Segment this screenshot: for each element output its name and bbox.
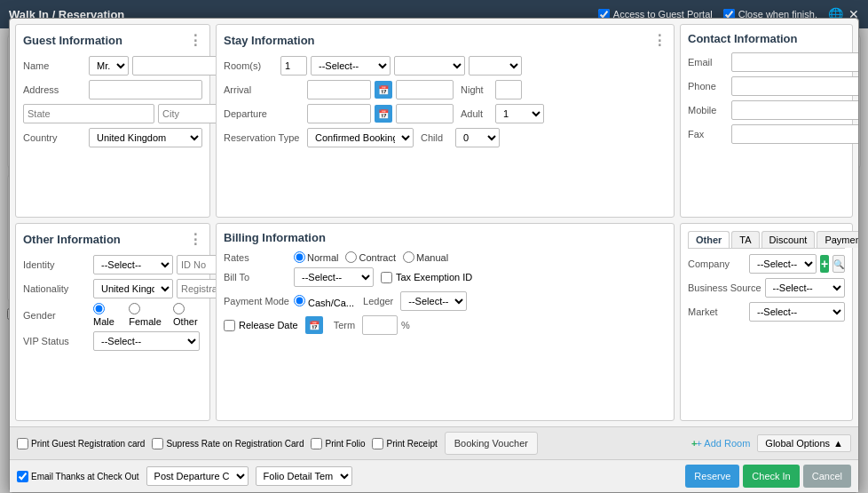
departure-date-input[interactable]: 19/09/17 <box>307 104 371 123</box>
contract-rate-radio[interactable] <box>345 251 357 263</box>
cash-radio[interactable] <box>294 295 305 306</box>
print-folio-checkbox[interactable] <box>311 438 322 449</box>
female-radio-label[interactable]: Female <box>129 303 164 327</box>
other-radio[interactable] <box>173 303 185 314</box>
term-input[interactable] <box>362 315 398 335</box>
tab-discount[interactable]: Discount <box>761 231 816 248</box>
print-folio-label[interactable]: Print Folio <box>311 438 365 449</box>
other-contact-panel: Other TA Discount Payment Company --Sele… <box>680 223 853 421</box>
mobile-input[interactable] <box>731 100 858 120</box>
company-select[interactable]: --Select-- <box>749 254 817 274</box>
email-thanks-checkbox[interactable] <box>17 471 28 482</box>
child-select[interactable]: 012 <box>455 128 500 147</box>
modal-body: Guest Information ⋮ Name Mr.Mrs.Ms.Dr. ✕… <box>10 19 858 426</box>
cancel-btn[interactable]: Cancel <box>803 465 851 488</box>
post-departure-select[interactable]: Post Departure C <box>146 466 249 486</box>
cash-radio-label[interactable]: Cash/Ca... <box>294 295 354 308</box>
address-input[interactable] <box>89 80 202 99</box>
normal-rate-label[interactable]: Normal <box>294 251 338 263</box>
modal-footer2: Email Thanks at Check Out Post Departure… <box>10 459 858 492</box>
night-input[interactable]: 1 <box>495 80 522 99</box>
print-card-label[interactable]: Print Guest Registration card <box>17 438 145 449</box>
country-label: Country <box>23 132 85 143</box>
name-prefix-select[interactable]: Mr.Mrs.Ms.Dr. <box>89 56 129 76</box>
stay-panel-menu[interactable]: ⋮ <box>652 32 667 49</box>
gender-label: Gender <box>23 310 90 321</box>
business-source-row: Business Source --Select-- <box>688 278 845 298</box>
rates-label: Rates <box>224 252 290 263</box>
action-buttons: Reserve Check In Cancel <box>685 465 851 488</box>
business-source-select[interactable]: --Select-- <box>765 278 845 298</box>
tabs-row: Other TA Discount Payment <box>688 231 845 249</box>
guest-panel-menu[interactable]: ⋮ <box>188 32 202 49</box>
nationality-select[interactable]: United KingdomUnited StatesCanada <box>93 279 173 298</box>
fax-input[interactable] <box>731 124 858 144</box>
female-radio[interactable] <box>129 303 140 314</box>
tab-payment[interactable]: Payment <box>817 231 858 248</box>
state-input[interactable] <box>23 104 154 123</box>
manual-rate-radio[interactable] <box>403 251 414 263</box>
rooms-number[interactable] <box>280 56 307 76</box>
manual-rate-label[interactable]: Manual <box>403 251 448 263</box>
email-row: Email <box>688 52 845 72</box>
payment-mode-label: Payment Mode <box>224 296 290 306</box>
folio-detail-select[interactable]: Folio Detail Tem <box>256 466 352 486</box>
suppress-rate-label[interactable]: Supress Rate on Registration Card <box>152 438 304 449</box>
adult-select[interactable]: 1234 <box>495 104 544 123</box>
tab-other[interactable]: Other <box>688 231 730 248</box>
phone-input[interactable] <box>731 76 858 96</box>
footer-checks: Print Guest Registration card Supress Ra… <box>17 432 686 455</box>
identity-select[interactable]: --Select--PassportDriver LicenseID Card <box>93 255 173 274</box>
male-radio[interactable] <box>93 303 105 314</box>
check-in-btn[interactable]: Check In <box>743 465 799 488</box>
room-select-2[interactable] <box>394 56 465 76</box>
arrival-date-input[interactable]: 18/09/17 <box>307 80 371 99</box>
percent-sign: % <box>401 320 410 330</box>
suppress-rate-checkbox[interactable] <box>152 438 163 449</box>
company-search-btn[interactable]: 🔍 <box>832 255 845 273</box>
departure-time-input[interactable]: 10:30AM <box>396 104 454 123</box>
bill-to-label: Bill To <box>224 272 290 282</box>
print-receipt-checkbox[interactable] <box>372 438 383 449</box>
global-options-btn[interactable]: Global Options ▲ <box>757 434 851 452</box>
other-radio-label[interactable]: Other <box>173 303 202 327</box>
email-thanks-label[interactable]: Email Thanks at Check Out <box>17 471 139 482</box>
other-info-panel: Other Information ⋮ Identity --Select--P… <box>15 223 210 421</box>
ledger-label: Ledger <box>363 296 393 306</box>
ledger-select[interactable]: --Select--CashCredit <box>400 291 467 311</box>
res-type-select[interactable]: Confirmed BookingTentativeWaitlisted <box>307 128 414 147</box>
other-panel-menu[interactable]: ⋮ <box>188 231 202 248</box>
print-card-checkbox[interactable] <box>17 438 28 449</box>
release-date-label[interactable]: Release Date <box>224 320 298 331</box>
company-add-btn[interactable]: + <box>820 255 829 273</box>
nationality-row: Nationality United KingdomUnited StatesC… <box>23 279 202 298</box>
arrival-label: Arrival <box>224 84 304 95</box>
email-input[interactable] <box>731 52 858 72</box>
departure-row: Departure 19/09/17 📅 10:30AM Adult 1234 <box>224 104 667 123</box>
normal-rate-radio[interactable] <box>294 251 305 263</box>
room-select-3[interactable] <box>469 56 522 76</box>
departure-calendar-btn[interactable]: 📅 <box>375 105 392 123</box>
arrival-calendar-btn[interactable]: 📅 <box>375 81 392 99</box>
vip-select[interactable]: --Select--VIP1VIP2VIP3 <box>93 331 200 351</box>
billing-panel-title: Billing Information <box>224 231 667 244</box>
main-modal: Guest Information ⋮ Name Mr.Mrs.Ms.Dr. ✕… <box>9 18 859 493</box>
reserve-btn[interactable]: Reserve <box>685 465 739 488</box>
arrival-time-input[interactable]: 07:15AM <box>396 80 454 99</box>
booking-voucher-btn[interactable]: Booking Voucher <box>445 432 538 455</box>
room-select-1[interactable]: --Select-- <box>311 56 391 76</box>
tax-exemption-checkbox[interactable] <box>381 272 392 283</box>
business-source-label: Business Source <box>688 282 761 293</box>
company-label: Company <box>688 258 746 269</box>
market-select[interactable]: --Select-- <box>749 302 845 322</box>
male-radio-label[interactable]: Male <box>93 303 120 327</box>
vip-label: VIP Status <box>23 336 90 346</box>
release-date-checkbox[interactable] <box>224 320 235 331</box>
tab-ta[interactable]: TA <box>731 231 759 248</box>
contract-rate-label[interactable]: Contract <box>345 251 396 263</box>
add-room-link[interactable]: + + Add Room <box>691 438 750 449</box>
bill-to-select[interactable]: --Select--RoomAccount <box>294 267 374 287</box>
country-select[interactable]: United KingdomUnited StatesCanadaAustral… <box>89 128 202 147</box>
release-date-calendar-btn[interactable]: 📅 <box>305 316 323 334</box>
print-receipt-label[interactable]: Print Receipt <box>372 438 437 449</box>
